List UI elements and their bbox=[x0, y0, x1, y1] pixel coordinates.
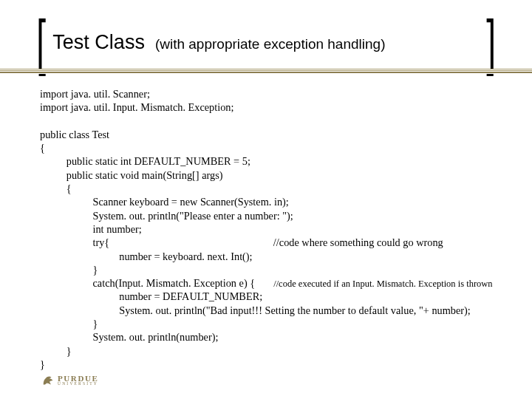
code-line: System. out. println("Please enter a num… bbox=[40, 210, 293, 222]
logo-text: PURDUE UNIVERSITY bbox=[58, 375, 98, 386]
code-line: Scanner keyboard = new Scanner(System. i… bbox=[40, 196, 289, 208]
code-line: } bbox=[40, 264, 98, 276]
code-line: public static int DEFAULT_NUMBER = 5; bbox=[40, 155, 250, 167]
griffin-icon bbox=[41, 374, 55, 387]
code-comment: //code executed if an Input. Mismatch. E… bbox=[273, 279, 492, 289]
code-block: import java. util. Scanner; import java.… bbox=[40, 87, 519, 371]
code-line: catch(Input. Mismatch. Exception e) { bbox=[40, 277, 273, 289]
code-line: } bbox=[40, 345, 72, 357]
code-line: System. out. println(number); bbox=[40, 331, 218, 343]
code-line: import java. util. Scanner; bbox=[40, 88, 150, 100]
code-line: number = DEFAULT_NUMBER; bbox=[40, 290, 262, 302]
slide-title-bar: [ Test Class (with appropriate exception… bbox=[40, 19, 492, 65]
horizontal-rule bbox=[0, 69, 532, 74]
left-bracket-icon: [ bbox=[36, 24, 46, 61]
code-line: } bbox=[40, 318, 98, 330]
title-text: Test Class (with appropriate exception h… bbox=[52, 31, 385, 54]
code-line: { bbox=[40, 183, 72, 194]
code-line: System. out. println("Bad input!!! Setti… bbox=[40, 304, 471, 316]
logo-sub: UNIVERSITY bbox=[58, 382, 98, 386]
code-line: { bbox=[40, 142, 45, 154]
code-line: try{ bbox=[40, 236, 273, 248]
title-sub: (with appropriate exception handling) bbox=[155, 36, 386, 52]
title-main: Test Class bbox=[52, 31, 145, 54]
code-line: } bbox=[40, 358, 45, 370]
code-line: public class Test bbox=[40, 129, 109, 140]
code-line: int number; bbox=[40, 223, 142, 235]
purdue-logo: PURDUE UNIVERSITY bbox=[41, 374, 98, 387]
code-line: number = keyboard. next. Int(); bbox=[40, 250, 253, 262]
code-line: import java. util. Input. Mismatch. Exce… bbox=[40, 101, 233, 113]
right-bracket-icon: ] bbox=[486, 24, 496, 61]
code-comment: //code where something could go wrong bbox=[273, 236, 443, 248]
code-line: public static void main(String[] args) bbox=[40, 169, 223, 181]
